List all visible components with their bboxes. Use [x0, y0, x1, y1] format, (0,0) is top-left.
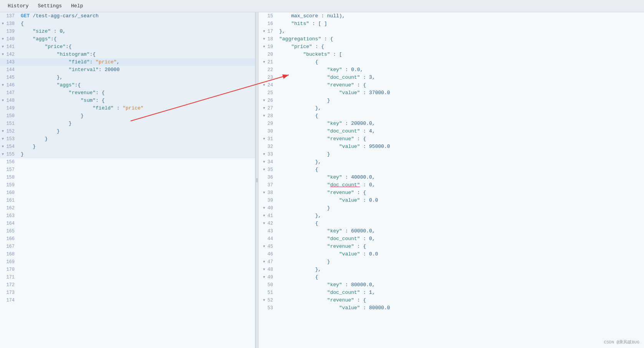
table-row: ▼26 } [258, 97, 644, 104]
line-content: } [19, 151, 255, 158]
fold-arrow-icon[interactable]: ▼ [1, 137, 5, 141]
line-content: } [19, 143, 255, 151]
line-number: ▼138 [0, 20, 19, 28]
fold-arrow-icon[interactable]: ▼ [262, 30, 266, 33]
line-content: "doc_count" : 0, [278, 235, 644, 243]
line-number: ▼21 [258, 58, 278, 66]
fold-arrow-icon[interactable]: ▼ [262, 268, 266, 272]
table-row: ▼40 } [258, 204, 644, 212]
line-number: 39 [258, 197, 278, 204]
table-row: 164 [0, 220, 255, 227]
line-number: 145 [0, 74, 19, 81]
line-content: "revenue": { [19, 89, 255, 97]
table-row: 32 "value" : 95000.0 [258, 143, 644, 151]
line-number: 167 [0, 243, 19, 250]
fold-arrow-icon[interactable]: ▼ [262, 206, 266, 210]
menubar: History Settings Help [0, 0, 644, 12]
line-number: 50 [258, 281, 278, 289]
line-number: ▼155 [0, 151, 19, 158]
line-content: "revenue" : { [278, 243, 644, 250]
fold-arrow-icon[interactable]: ▼ [1, 45, 5, 49]
fold-arrow-icon[interactable]: ▼ [262, 168, 266, 172]
table-row: 160 [0, 189, 255, 197]
left-code-area[interactable]: 137GET /test-agg-cars/_search▼138{139 "s… [0, 12, 255, 348]
table-row: 172 [0, 281, 255, 289]
table-row: 16 "hits" : [ ] [258, 20, 644, 28]
table-row: ▼48 }, [258, 266, 644, 273]
table-row: ▼17}, [258, 28, 644, 35]
fold-arrow-icon[interactable]: ▼ [262, 114, 266, 118]
fold-arrow-icon[interactable]: ▼ [262, 298, 266, 302]
fold-arrow-icon[interactable]: ▼ [262, 222, 266, 225]
line-number: ▼148 [0, 97, 19, 104]
line-content: "histogram":{ [19, 51, 255, 58]
fold-arrow-icon[interactable]: ▼ [262, 106, 266, 110]
fold-arrow-icon[interactable]: ▼ [262, 45, 266, 49]
line-number: ▼33 [258, 151, 278, 158]
table-row: 170 [0, 266, 255, 273]
line-content: "size" : 0, [19, 28, 255, 35]
panel-divider[interactable]: ‖ [255, 12, 258, 348]
line-number: 20 [258, 51, 278, 58]
table-row: 144 "interval": 20000 [0, 66, 255, 74]
table-row: ▼141 "price":{ [0, 43, 255, 51]
table-row: ▼27 }, [258, 104, 644, 112]
line-number: ▼142 [0, 51, 19, 58]
line-number: ▼28 [258, 112, 278, 120]
fold-arrow-icon[interactable]: ▼ [262, 152, 266, 156]
table-row: ▼148 "sum": { [0, 97, 255, 104]
fold-arrow-icon[interactable]: ▼ [262, 160, 266, 164]
fold-arrow-icon[interactable]: ▼ [1, 145, 5, 149]
table-row: 143 "field": "price", [0, 58, 255, 66]
line-number: ▼24 [258, 81, 278, 89]
line-number: ▼27 [258, 104, 278, 112]
fold-arrow-icon[interactable]: ▼ [262, 214, 266, 218]
line-number: 43 [258, 227, 278, 235]
fold-arrow-icon[interactable]: ▼ [1, 129, 5, 133]
fold-arrow-icon[interactable]: ▼ [262, 60, 266, 64]
table-row: ▼31 "revenue" : { [258, 135, 644, 143]
line-number: ▼146 [0, 81, 19, 89]
fold-arrow-icon[interactable]: ▼ [262, 260, 266, 264]
line-number: 161 [0, 197, 19, 204]
table-row: ▼33 } [258, 151, 644, 158]
table-row: 139 "size" : 0, [0, 28, 255, 35]
fold-arrow-icon[interactable]: ▼ [262, 137, 266, 141]
line-number: 160 [0, 189, 19, 197]
table-row: 159 [0, 181, 255, 189]
line-number: ▼45 [258, 243, 278, 250]
fold-arrow-icon[interactable]: ▼ [262, 245, 266, 249]
table-row: ▼45 "revenue" : { [258, 243, 644, 250]
line-content: { [278, 112, 644, 120]
fold-arrow-icon[interactable]: ▼ [262, 275, 266, 279]
line-content: }, [278, 158, 644, 166]
menu-settings[interactable]: Settings [33, 2, 66, 10]
table-row: 20 "buckets" : [ [258, 51, 644, 58]
line-number: ▼31 [258, 135, 278, 143]
fold-arrow-icon[interactable]: ▼ [1, 37, 5, 41]
line-number: 168 [0, 250, 19, 258]
table-row: ▼146 "aggs":{ [0, 81, 255, 89]
table-row: 163 [0, 212, 255, 220]
fold-arrow-icon[interactable]: ▼ [262, 191, 266, 195]
table-row: 43 "key" : 60000.0, [258, 227, 644, 235]
table-row: ▼35 { [258, 166, 644, 174]
line-number: ▼152 [0, 128, 19, 135]
menu-history[interactable]: History [3, 2, 33, 10]
table-row: 156 [0, 158, 255, 166]
menu-help[interactable]: Help [66, 2, 88, 10]
table-row: 167 [0, 243, 255, 250]
fold-arrow-icon[interactable]: ▼ [1, 53, 5, 56]
line-content: }, [278, 212, 644, 220]
fold-arrow-icon[interactable]: ▼ [262, 99, 266, 103]
line-number: 44 [258, 235, 278, 243]
fold-arrow-icon[interactable]: ▼ [1, 99, 5, 103]
fold-arrow-icon[interactable]: ▼ [1, 22, 5, 26]
fold-arrow-icon[interactable]: ▼ [1, 83, 5, 87]
fold-arrow-icon[interactable]: ▼ [1, 152, 5, 156]
line-content: "key" : 60000.0, [278, 227, 644, 235]
right-code-area[interactable]: 15 max_score : null),16 "hits" : [ ]▼17}… [258, 12, 644, 348]
fold-arrow-icon[interactable]: ▼ [262, 83, 266, 87]
table-row: 173 [0, 289, 255, 297]
fold-arrow-icon[interactable]: ▼ [262, 37, 266, 41]
